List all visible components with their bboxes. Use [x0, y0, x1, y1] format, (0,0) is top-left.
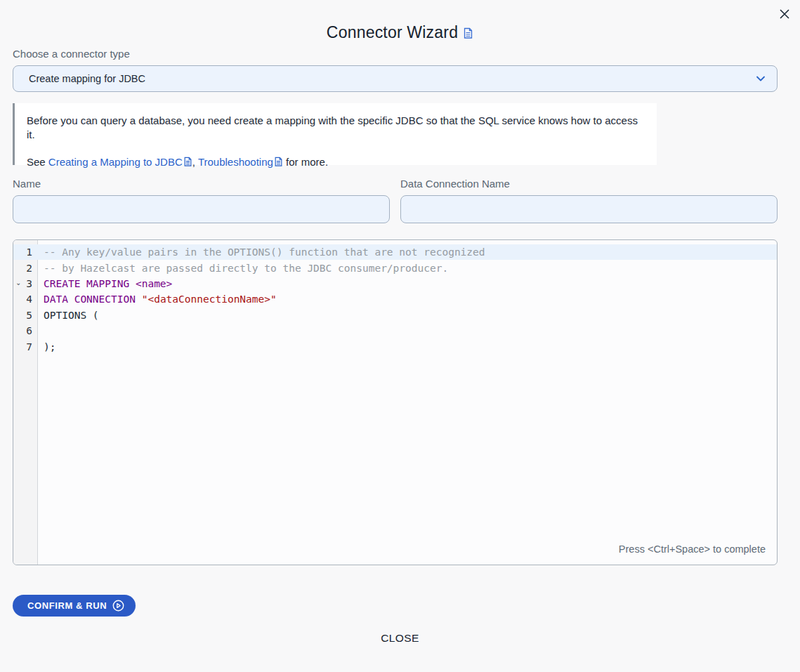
code-token: -- by Hazelcast are passed directly to t…	[44, 263, 448, 274]
code-text: DATA CONNECTION "<dataConnectionName>"	[39, 294, 777, 305]
line-number: 7	[13, 341, 39, 353]
data-connection-name-field[interactable]	[400, 195, 778, 223]
line-number: 5	[13, 310, 39, 321]
code-line[interactable]: 5OPTIONS (	[13, 308, 777, 323]
for-more-text: for more.	[283, 156, 328, 168]
confirm-run-label: CONFIRM & RUN	[27, 600, 107, 611]
connector-type-selected-value: Create mapping for JDBC	[29, 73, 754, 84]
link-creating-mapping-jdbc[interactable]: Creating a Mapping to JDBC	[48, 156, 192, 168]
line-number: 4	[13, 294, 39, 305]
connector-type-select[interactable]: Create mapping for JDBC	[13, 65, 778, 92]
link-troubleshooting[interactable]: Troubleshooting	[198, 156, 283, 168]
code-token: );	[44, 341, 55, 353]
document-icon	[274, 157, 283, 169]
line-number: 6	[13, 325, 39, 336]
code-token: DATA CONNECTION	[44, 294, 136, 305]
code-line[interactable]: 4DATA CONNECTION "<dataConnectionName>"	[13, 291, 777, 307]
code-lines[interactable]: 1-- Any key/value pairs in the OPTIONS()…	[13, 240, 777, 355]
close-x-glyph	[779, 8, 790, 20]
info-box: Before you can query a database, you nee…	[13, 103, 657, 165]
code-token: -- Any key/value pairs in the OPTIONS() …	[44, 246, 485, 258]
connector-type-label: Choose a connector type	[13, 48, 130, 60]
fold-chevron-icon[interactable]: ⌄	[15, 279, 21, 286]
code-line[interactable]: 7);	[13, 338, 777, 354]
close-icon[interactable]	[776, 6, 793, 22]
code-text: OPTIONS (	[39, 310, 777, 321]
document-icon[interactable]	[463, 25, 473, 43]
code-text: );	[39, 341, 777, 353]
code-line[interactable]: 6	[13, 323, 777, 338]
code-text: -- Any key/value pairs in the OPTIONS() …	[39, 246, 777, 258]
line-number: ⌄3	[13, 278, 39, 289]
confirm-run-button[interactable]: CONFIRM & RUN	[13, 595, 136, 617]
code-line[interactable]: ⌄3CREATE MAPPING <name>	[13, 276, 777, 291]
name-field[interactable]	[13, 195, 390, 223]
code-token: "<dataConnectionName>"	[142, 294, 277, 305]
info-paragraph: Before you can query a database, you nee…	[27, 114, 645, 142]
code-line[interactable]: 1-- Any key/value pairs in the OPTIONS()…	[13, 244, 777, 260]
see-text: See	[27, 156, 48, 168]
line-number: 2	[13, 263, 39, 274]
code-token: <name>	[136, 278, 172, 289]
code-token	[129, 278, 136, 289]
code-line[interactable]: 2-- by Hazelcast are passed directly to …	[13, 260, 777, 275]
separator-text: ,	[192, 156, 198, 168]
play-circle-icon	[112, 600, 124, 612]
code-token: CREATE MAPPING	[44, 278, 129, 289]
document-icon	[183, 157, 192, 169]
info-links-line: See Creating a Mapping to JDBC , Trouble…	[27, 155, 645, 171]
chevron-down-icon	[754, 72, 767, 85]
page-title: Connector Wizard	[0, 23, 800, 44]
autocomplete-hint: Press <Ctrl+Space> to complete	[619, 543, 766, 555]
data-connection-name-label: Data Connection Name	[400, 178, 510, 190]
close-button[interactable]: CLOSE	[0, 632, 800, 645]
page-title-text: Connector Wizard	[327, 23, 458, 41]
code-token: OPTIONS (	[44, 310, 99, 321]
code-text: -- by Hazelcast are passed directly to t…	[39, 263, 777, 274]
sql-code-editor[interactable]: 1-- Any key/value pairs in the OPTIONS()…	[13, 239, 778, 565]
name-label: Name	[13, 178, 41, 190]
line-number: 1	[13, 246, 39, 258]
code-token	[136, 294, 142, 305]
code-text: CREATE MAPPING <name>	[39, 278, 777, 289]
